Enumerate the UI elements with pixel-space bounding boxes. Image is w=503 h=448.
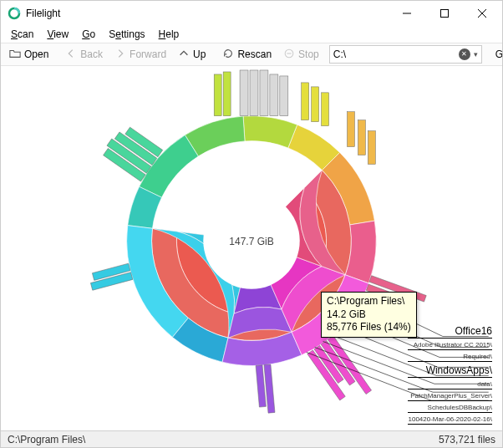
maximize-button[interactable] (425, 1, 463, 26)
radial-map[interactable]: 147.7 GiB C:\Program Files\ 14.2 GiB 85,… (1, 66, 502, 430)
app-icon (8, 7, 21, 20)
clear-icon[interactable] (459, 48, 470, 60)
callout-label: data\ (408, 380, 492, 389)
tooltip-files: 85,776 Files (14%) (327, 321, 411, 334)
svg-rect-17 (347, 112, 354, 147)
stop-button[interactable]: Stop (278, 45, 324, 64)
svg-rect-11 (280, 76, 288, 116)
callout-label: PatchManagerPlus_Server\ (408, 392, 492, 401)
open-label: Open (24, 48, 48, 60)
tooltip-size: 14.2 GiB (327, 308, 411, 322)
chevron-right-icon (114, 48, 126, 62)
path-combobox[interactable]: ▾ (329, 45, 482, 64)
svg-rect-2 (440, 10, 448, 18)
rescan-label: Rescan (237, 48, 272, 60)
menu-help[interactable]: Help (152, 27, 186, 42)
open-button[interactable]: Open (4, 45, 53, 64)
up-label: Up (193, 48, 206, 60)
menubar: Scan View Go Settings Help (1, 26, 502, 43)
svg-rect-16 (322, 93, 329, 126)
callout-label: Required\ (408, 353, 492, 362)
status-filecount: 573,721 files (439, 434, 495, 445)
svg-rect-12 (214, 74, 221, 116)
stop-icon (283, 48, 295, 62)
menu-go[interactable]: Go (75, 27, 102, 42)
center-size-label: 147.7 GiB (229, 236, 273, 247)
svg-rect-19 (368, 131, 375, 165)
callout-label: SchedulesDBBackup\ (408, 404, 492, 413)
chevron-up-icon (178, 48, 190, 62)
svg-rect-10 (270, 74, 278, 116)
window-title: Filelight (26, 8, 388, 19)
go-button[interactable]: Go (487, 46, 503, 63)
menu-scan[interactable]: Scan (4, 27, 40, 42)
svg-rect-8 (250, 70, 258, 116)
menu-settings[interactable]: Settings (102, 27, 151, 42)
folder-open-icon (9, 48, 21, 62)
rescan-button[interactable]: Rescan (217, 45, 277, 64)
back-label: Back (80, 48, 103, 60)
toolbar: Open Back Forward Up Rescan Stop ▾ Go (1, 43, 502, 66)
svg-rect-7 (240, 70, 248, 116)
forward-label: Forward (130, 48, 166, 60)
status-path: C:\Program Files\ (8, 434, 85, 445)
close-button[interactable] (463, 1, 500, 26)
svg-rect-14 (302, 83, 309, 120)
chevron-left-icon (65, 48, 77, 62)
callout-labels: Office16 Adobe Illustrator CC 2015\ Requ… (408, 325, 492, 427)
svg-rect-18 (358, 120, 365, 155)
callout-label: WindowsApps\ (408, 364, 492, 378)
path-input[interactable] (333, 48, 459, 60)
callout-label: 100420-Mar-06-2020-02-16\ (408, 415, 492, 425)
titlebar: Filelight (1, 1, 502, 26)
svg-rect-9 (260, 70, 268, 116)
callout-label: Office16 (408, 325, 492, 339)
chevron-down-icon[interactable]: ▾ (474, 50, 478, 59)
back-button[interactable]: Back (60, 45, 108, 64)
menu-view[interactable]: View (40, 27, 75, 42)
forward-button[interactable]: Forward (109, 45, 171, 64)
callout-label: Adobe Illustrator CC 2015\ (408, 341, 492, 350)
tooltip-path: C:\Program Files\ (327, 295, 411, 308)
statusbar: C:\Program Files\ 573,721 files (1, 430, 502, 447)
segment-tooltip: C:\Program Files\ 14.2 GiB 85,776 Files … (321, 292, 417, 338)
go-label: Go (495, 48, 503, 60)
svg-rect-13 (223, 72, 231, 116)
svg-rect-15 (312, 87, 319, 122)
refresh-icon (222, 48, 234, 62)
up-button[interactable]: Up (173, 45, 211, 64)
stop-label: Stop (298, 48, 319, 60)
minimize-button[interactable] (388, 1, 425, 26)
